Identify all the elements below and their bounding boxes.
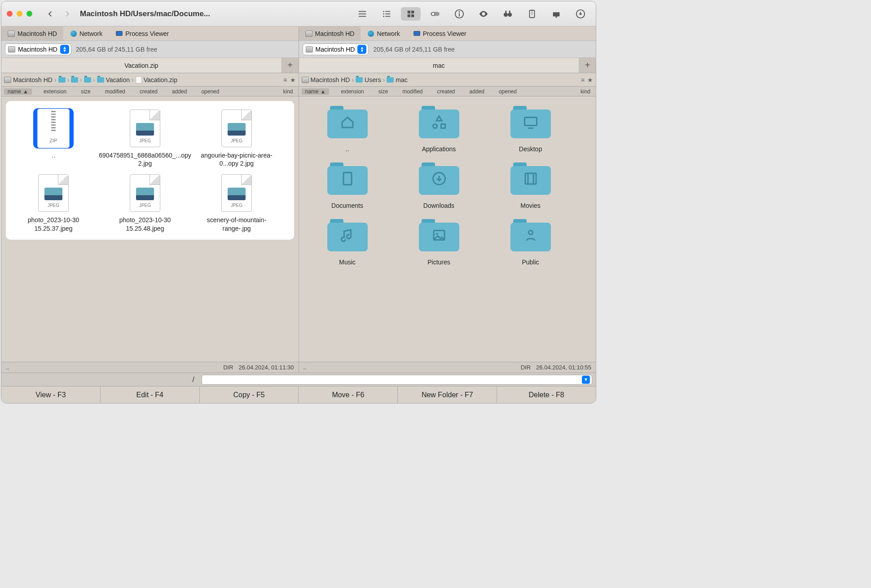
file-item[interactable]: JPEG angourie-bay-picnic-area-0...opy 2.… xyxy=(192,108,282,167)
tab-vacation-zip[interactable]: Vacation.zip xyxy=(1,58,282,73)
add-tab-right[interactable]: + xyxy=(579,58,596,73)
col-name[interactable]: name ▲ xyxy=(302,88,330,95)
col-size[interactable]: size xyxy=(376,88,391,95)
file-parent[interactable]: ZIP .. xyxy=(9,108,98,167)
svg-rect-4 xyxy=(385,11,390,12)
svg-point-14 xyxy=(431,12,435,15)
add-tab-left[interactable]: + xyxy=(282,58,299,73)
view-list-icon[interactable] xyxy=(352,7,372,21)
col-added[interactable]: added xyxy=(467,88,487,95)
column-headers-left[interactable]: name ▲ extension size modified created a… xyxy=(1,87,299,97)
file-item[interactable]: JPEG scenery-of-mountain-range-.jpg xyxy=(192,173,282,232)
col-opened[interactable]: opened xyxy=(496,88,519,95)
svg-rect-12 xyxy=(411,14,414,17)
hd-icon xyxy=(302,77,309,83)
close-button[interactable] xyxy=(7,11,13,17)
path-input[interactable]: ▼ xyxy=(202,375,592,385)
view-detail-icon[interactable] xyxy=(377,7,396,21)
forward-button[interactable] xyxy=(61,8,74,20)
back-button[interactable] xyxy=(44,8,57,20)
file-item[interactable]: JPEG photo_2023-10-30 15.25.48.jpeg xyxy=(100,173,190,232)
copy-button[interactable]: Copy - F5 xyxy=(200,386,299,403)
maximize-button[interactable] xyxy=(26,11,32,17)
col-created[interactable]: created xyxy=(435,88,458,95)
titlebar: Macintosh HD/Users/mac/Docume... xyxy=(1,1,596,26)
view-grid-icon[interactable] xyxy=(401,7,421,21)
col-size[interactable]: size xyxy=(78,88,93,95)
breadcrumb-left[interactable]: Macintosh HD› › › › Vacation› Vacation.z… xyxy=(1,73,299,87)
col-kind[interactable]: kind xyxy=(280,88,295,95)
download-icon[interactable] xyxy=(571,7,590,21)
source-tab-hd[interactable]: Macintosh HD xyxy=(299,26,361,40)
file-grid-right[interactable]: ..ApplicationsDesktopDocumentsDownloadsM… xyxy=(299,97,596,362)
source-tab-network[interactable]: Network xyxy=(361,26,406,40)
info-icon[interactable] xyxy=(449,7,469,21)
monitor-icon xyxy=(116,31,123,36)
source-tab-hd[interactable]: Macintosh HD xyxy=(1,26,63,40)
path-separator: / xyxy=(5,376,198,384)
edit-button[interactable]: Edit - F4 xyxy=(101,386,200,403)
col-extension[interactable]: extension xyxy=(338,88,366,95)
monitor-icon xyxy=(414,31,420,36)
hd-icon xyxy=(8,31,15,37)
source-tabs-left: Macintosh HD Network Process Viewer xyxy=(1,26,299,41)
volume-selector-left[interactable]: Macintosh HD ▲▼ xyxy=(5,44,71,55)
folder-item[interactable]: Downloads xyxy=(394,158,484,210)
col-modified[interactable]: modified xyxy=(400,88,425,95)
svg-point-5 xyxy=(383,13,384,14)
svg-point-16 xyxy=(459,11,460,13)
folder-item[interactable]: .. xyxy=(303,102,392,153)
col-modified[interactable]: modified xyxy=(102,88,128,95)
svg-rect-29 xyxy=(525,173,536,184)
chevron-down-icon[interactable]: ▼ xyxy=(582,376,590,384)
folder-icon xyxy=(356,77,363,83)
star-icon[interactable]: ★ xyxy=(587,76,593,83)
svg-rect-9 xyxy=(408,10,410,13)
minimize-button[interactable] xyxy=(17,11,22,17)
move-button[interactable]: Move - F6 xyxy=(299,386,398,403)
list-toggle-icon[interactable]: ≡ xyxy=(283,76,287,83)
preview-icon[interactable] xyxy=(474,7,493,21)
file-item[interactable]: JPEG 6904758951_6868a06560_...opy 2.jpg xyxy=(100,108,190,167)
col-created[interactable]: created xyxy=(137,88,160,95)
folder-icon xyxy=(327,162,368,195)
folder-item[interactable]: Pictures xyxy=(394,215,484,266)
col-kind[interactable]: kind xyxy=(578,88,593,95)
source-tab-process[interactable]: Process Viewer xyxy=(110,26,175,40)
delete-button[interactable]: Delete - F8 xyxy=(497,386,596,403)
toggle-icon[interactable] xyxy=(425,7,445,21)
volume-selector-right[interactable]: Macintosh HD ▲▼ xyxy=(303,44,369,55)
folder-icon xyxy=(419,106,459,138)
folder-item[interactable]: Music xyxy=(303,215,392,266)
new-folder-button[interactable]: New Folder - F7 xyxy=(398,386,497,403)
zip-icon xyxy=(136,76,142,83)
col-name[interactable]: name ▲ xyxy=(4,88,32,95)
folder-item[interactable]: Documents xyxy=(303,158,392,210)
svg-rect-2 xyxy=(359,16,366,17)
breadcrumb-right[interactable]: Macintosh HD› Users› mac ≡★ xyxy=(299,73,596,87)
col-extension[interactable]: extension xyxy=(41,88,69,95)
folder-item[interactable]: Desktop xyxy=(486,102,576,153)
column-headers-right[interactable]: name ▲ extension size modified created a… xyxy=(299,87,596,97)
server-icon[interactable] xyxy=(546,7,566,21)
binoculars-icon[interactable] xyxy=(498,7,518,21)
jpeg-icon: JPEG xyxy=(130,174,160,212)
archive-icon[interactable] xyxy=(522,7,542,21)
list-toggle-icon[interactable]: ≡ xyxy=(581,76,585,83)
source-tab-network[interactable]: Network xyxy=(64,26,109,40)
source-tab-process[interactable]: Process Viewer xyxy=(407,26,473,40)
svg-point-18 xyxy=(504,13,508,17)
col-opened[interactable]: opened xyxy=(198,88,222,95)
folder-item[interactable]: Applications xyxy=(394,102,484,153)
tab-mac[interactable]: mac xyxy=(299,58,579,73)
view-button[interactable]: View - F3 xyxy=(1,386,101,403)
folder-item[interactable]: Movies xyxy=(486,158,576,210)
hd-icon xyxy=(8,46,15,53)
file-grid-left[interactable]: ZIP .. JPEG 6904758951_6868a06560_...opy… xyxy=(6,101,294,240)
free-space-right: 205,64 GB of 245,11 GB free xyxy=(373,46,454,53)
star-icon[interactable]: ★ xyxy=(290,76,296,83)
col-added[interactable]: added xyxy=(169,88,189,95)
folder-item[interactable]: Public xyxy=(486,215,576,266)
file-item[interactable]: JPEG photo_2023-10-30 15.25.37.jpeg xyxy=(9,173,98,232)
svg-rect-20 xyxy=(506,10,507,13)
